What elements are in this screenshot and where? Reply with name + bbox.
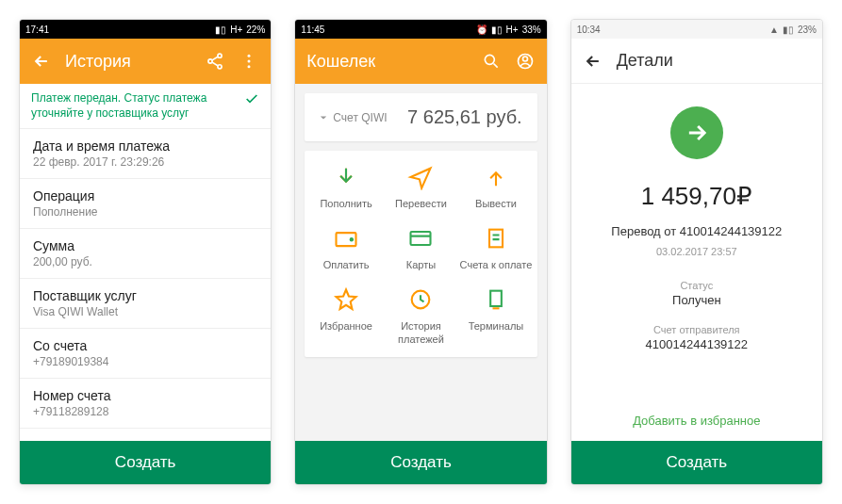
create-button[interactable]: Создать	[295, 441, 546, 484]
status-bar: 10:34 ▲ ▮▯ 23%	[571, 20, 822, 39]
page-title: История	[65, 52, 191, 72]
chevron-down-icon	[320, 114, 327, 122]
sender-value: 410014244139122	[646, 337, 748, 351]
list-item: ОперацияПополнение	[20, 179, 271, 229]
action-favorites[interactable]: Избранное	[308, 285, 383, 345]
svg-point-3	[248, 55, 251, 57]
status-net: H+	[230, 24, 242, 35]
action-history[interactable]: История платежей	[384, 285, 458, 345]
receipt-icon	[481, 223, 511, 253]
create-button[interactable]: Создать	[571, 441, 822, 484]
status-value: Получен	[672, 293, 721, 307]
send-icon	[405, 162, 436, 192]
header: Детали	[571, 39, 822, 84]
svg-point-10	[351, 238, 353, 240]
svg-rect-11	[411, 232, 431, 245]
status-circle-icon	[670, 106, 723, 159]
date: 03.02.2017 23:57	[656, 246, 737, 257]
page-title: Кошелек	[306, 52, 467, 72]
status-battery: 33%	[522, 24, 541, 35]
list-item: Со счета+79189019384	[20, 329, 271, 379]
svg-point-8	[522, 57, 527, 61]
back-icon[interactable]	[583, 51, 603, 72]
notice-text: Платеж передан. Статус платежа уточняйте…	[31, 91, 237, 121]
arrow-down-icon	[331, 162, 361, 192]
header: История	[20, 39, 271, 84]
status-time: 17:41	[25, 24, 49, 35]
share-icon[interactable]	[205, 51, 225, 72]
sender-label: Счет отправителя	[653, 324, 740, 335]
status-signal-icon: ▮▯	[491, 24, 503, 35]
status-bar: 11:45 ⏰ ▮▯ H+ 33%	[295, 20, 546, 39]
from-line: Перевод от 410014244139122	[611, 224, 782, 238]
add-favorite-link[interactable]: Добавить в избранное	[619, 400, 773, 441]
list-item: Номер транзакции1487780352663	[20, 429, 271, 441]
svg-rect-12	[489, 230, 503, 248]
profile-icon[interactable]	[515, 51, 536, 72]
svg-rect-14	[490, 291, 502, 306]
status-signal-icon: ▮▯	[783, 24, 794, 35]
action-transfer[interactable]: Перевести	[384, 162, 458, 210]
wallet-body: Счет QIWI 7 625,61 руб. Пополнить Переве…	[295, 84, 546, 441]
actions-grid: Пополнить Перевести Вывести Оплатить Кар…	[305, 151, 537, 357]
details-body: 1 459,70₽ Перевод от 410014244139122 03.…	[571, 84, 822, 441]
status-battery: 22%	[246, 24, 265, 35]
status-time: 11:45	[301, 24, 324, 35]
terminal-icon	[481, 285, 511, 315]
status-bar: 17:41 ▮▯ H+ 22%	[20, 20, 271, 39]
svg-point-6	[485, 55, 494, 64]
status-time: 10:34	[577, 24, 601, 35]
action-pay[interactable]: Оплатить	[308, 223, 383, 271]
list-item: Номер счета+79118289128	[20, 379, 271, 429]
screen-history: 17:41 ▮▯ H+ 22% История Платеж передан. …	[19, 19, 272, 485]
screen-details: 10:34 ▲ ▮▯ 23% Детали 1 459,70₽ Перевод …	[570, 19, 823, 485]
card-icon	[405, 223, 436, 253]
details-list: Дата и время платежа22 февр. 2017 г. 23:…	[20, 129, 271, 441]
check-icon	[244, 91, 259, 106]
screen-wallet: 11:45 ⏰ ▮▯ H+ 33% Кошелек Счет QIWI 7 62…	[294, 19, 547, 485]
svg-point-5	[248, 65, 251, 68]
amount: 1 459,70₽	[641, 182, 752, 211]
search-icon[interactable]	[481, 51, 502, 72]
clock-icon	[405, 285, 436, 315]
list-item: Дата и время платежа22 февр. 2017 г. 23:…	[20, 129, 271, 179]
action-withdraw[interactable]: Вывести	[458, 162, 533, 210]
balance-amount: 7 625,61 руб.	[407, 106, 522, 128]
balance-card[interactable]: Счет QIWI 7 625,61 руб.	[305, 93, 537, 141]
status-net: H+	[506, 24, 519, 35]
arrow-up-icon	[481, 162, 511, 192]
create-button[interactable]: Создать	[20, 441, 271, 484]
star-icon	[331, 285, 361, 315]
wallet-icon	[331, 223, 361, 253]
wifi-icon: ▲	[769, 24, 779, 35]
status-battery: 23%	[798, 24, 817, 35]
status-signal-icon: ▮▯	[215, 24, 226, 35]
action-topup[interactable]: Пополнить	[308, 162, 383, 210]
action-cards[interactable]: Карты	[384, 223, 458, 271]
page-title: Детали	[617, 51, 811, 71]
account-selector[interactable]: Счет QIWI	[320, 111, 387, 124]
status-label: Статус	[680, 280, 713, 291]
header: Кошелек	[295, 39, 546, 84]
list-item: Сумма200,00 руб.	[20, 229, 271, 279]
action-terminals[interactable]: Терминалы	[458, 285, 533, 345]
svg-point-4	[248, 60, 251, 63]
status-notice: Платеж передан. Статус платежа уточняйте…	[20, 84, 271, 129]
alarm-icon: ⏰	[476, 24, 487, 35]
more-icon[interactable]	[239, 51, 259, 72]
back-icon[interactable]	[31, 51, 52, 72]
action-bills[interactable]: Счета к оплате	[458, 223, 533, 271]
list-item: Поставщик услугVisa QIWI Wallet	[20, 279, 271, 329]
